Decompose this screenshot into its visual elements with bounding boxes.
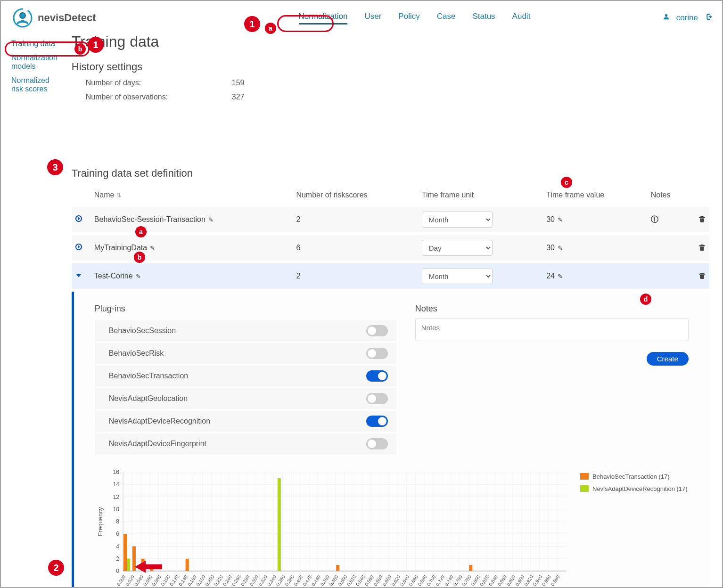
svg-text:0.440: 0.440	[311, 574, 322, 587]
svg-rect-129	[336, 565, 339, 571]
nav-status[interactable]: Status	[472, 12, 495, 24]
svg-text:0.660: 0.660	[408, 574, 419, 587]
page-title: Training data	[72, 33, 709, 50]
col-notes: Notes	[647, 186, 690, 205]
svg-text:0.480: 0.480	[328, 574, 339, 587]
edit-icon[interactable]: ✎	[136, 273, 141, 280]
svg-text:0.420: 0.420	[302, 574, 313, 587]
notes-label: Notes	[415, 304, 689, 314]
svg-text:0.280: 0.280	[239, 574, 251, 587]
dataset-detail-panel: Plug-ins BehavioSecSessionBehavioSecRisk…	[72, 292, 709, 588]
dataset-section-title: Training data set definition	[72, 167, 709, 180]
svg-text:0.460: 0.460	[319, 574, 330, 587]
anno-letter-a-detail: a	[135, 226, 147, 237]
svg-text:0.080: 0.080	[151, 574, 162, 587]
row-name: Test-Corine	[94, 272, 133, 280]
sort-icon[interactable]: ⇅	[116, 192, 121, 199]
nav-audit[interactable]: Audit	[512, 12, 531, 24]
svg-text:0.120: 0.120	[169, 574, 180, 587]
svg-rect-131	[127, 559, 130, 571]
anno-letter-a-top: a	[265, 23, 276, 34]
svg-text:0.600: 0.600	[381, 574, 393, 587]
plugin-name: NevisAdaptGeolocation	[109, 394, 188, 403]
edit-icon[interactable]: ✎	[150, 245, 155, 252]
plugins-title: Plug-ins	[95, 304, 396, 314]
svg-text:0.960: 0.960	[541, 574, 552, 587]
obs-value: 327	[232, 93, 245, 101]
edit-icon[interactable]: ✎	[208, 216, 214, 223]
delete-icon[interactable]	[698, 216, 706, 224]
time-unit-select[interactable]: MonthDay	[422, 240, 493, 256]
plugin-toggle[interactable]	[366, 416, 388, 427]
svg-text:0.860: 0.860	[496, 574, 508, 587]
svg-text:16: 16	[113, 469, 119, 475]
edit-icon[interactable]: ✎	[558, 245, 563, 252]
notes-input[interactable]	[415, 318, 689, 341]
col-riskscores: Number of riskscores	[292, 186, 418, 205]
svg-text:0.740: 0.740	[444, 574, 455, 587]
svg-text:0.400: 0.400	[293, 574, 304, 587]
anno-letter-d: d	[640, 294, 651, 305]
anno-ring-normalization	[277, 15, 334, 32]
user-icon	[663, 13, 670, 23]
svg-text:0.060: 0.060	[142, 574, 153, 587]
edit-icon[interactable]: ✎	[558, 216, 563, 223]
nav-policy[interactable]: Policy	[398, 12, 419, 24]
expand-icon[interactable]	[75, 272, 85, 280]
svg-text:0.680: 0.680	[417, 574, 428, 587]
info-icon[interactable]: ⓘ	[651, 215, 658, 223]
svg-text:0.040: 0.040	[133, 574, 145, 587]
delete-icon[interactable]	[698, 244, 706, 252]
nav-user[interactable]: User	[364, 12, 381, 24]
svg-text:0.840: 0.840	[488, 574, 499, 587]
plugin-toggle[interactable]	[366, 438, 388, 449]
plugin-toggle[interactable]	[366, 325, 388, 336]
anno-circle-1: 1	[244, 16, 260, 32]
svg-text:BehavioSecTransaction (17): BehavioSecTransaction (17)	[592, 473, 670, 480]
svg-text:Frequency: Frequency	[97, 507, 104, 536]
plugin-name: BehavioSecSession	[109, 327, 176, 335]
svg-text:0.380: 0.380	[284, 574, 295, 587]
svg-text:0.940: 0.940	[532, 574, 543, 587]
plugin-toggle[interactable]	[366, 348, 388, 359]
time-unit-select[interactable]: MonthDay	[422, 268, 493, 284]
nav-case[interactable]: Case	[437, 12, 456, 24]
logo-icon	[12, 8, 33, 28]
time-unit-select[interactable]: MonthDay	[422, 212, 493, 228]
days-value: 159	[232, 79, 245, 87]
svg-rect-130	[469, 565, 472, 571]
sidebar-norm-risk-scores[interactable]: Normalized risk scores	[7, 74, 62, 96]
edit-icon[interactable]: ✎	[558, 273, 563, 280]
logout-icon[interactable]	[705, 13, 713, 23]
row-name: BehavioSec-Session-Transaction	[94, 215, 205, 223]
svg-text:0.520: 0.520	[346, 574, 357, 587]
svg-text:6: 6	[116, 531, 119, 537]
anno-letter-b-sidebar: b	[74, 43, 86, 55]
svg-text:0.620: 0.620	[390, 574, 402, 587]
svg-rect-137	[580, 485, 589, 492]
expand-icon[interactable]	[75, 244, 85, 252]
col-name[interactable]: Name ⇅	[90, 186, 293, 205]
delete-icon[interactable]	[698, 272, 706, 280]
brand-name: nevisDetect	[38, 12, 96, 24]
days-label: Number of days:	[86, 79, 232, 87]
svg-text:0.640: 0.640	[399, 574, 411, 587]
svg-text:0: 0	[116, 568, 119, 574]
expand-icon[interactable]	[75, 215, 85, 223]
svg-point-1	[20, 13, 25, 18]
create-button[interactable]: Create	[647, 352, 689, 366]
row-time-value: 30	[546, 244, 555, 252]
row-name: MyTrainingData	[94, 244, 147, 252]
svg-text:0.920: 0.920	[523, 574, 534, 587]
plugin-toggle[interactable]	[366, 393, 388, 404]
plugin-row: BehavioSecTransaction	[95, 366, 396, 386]
dataset-table: Name ⇅ Number of riskscores Time frame u…	[72, 186, 709, 289]
plugin-row: BehavioSecSession	[95, 320, 396, 341]
plugin-toggle[interactable]	[366, 370, 388, 382]
svg-text:0.820: 0.820	[479, 574, 490, 587]
svg-text:0.500: 0.500	[337, 574, 348, 587]
row-scores: 2	[296, 215, 300, 223]
username[interactable]: corine	[676, 13, 698, 23]
anno-letter-c: c	[561, 177, 572, 188]
row-scores: 2	[296, 272, 300, 280]
